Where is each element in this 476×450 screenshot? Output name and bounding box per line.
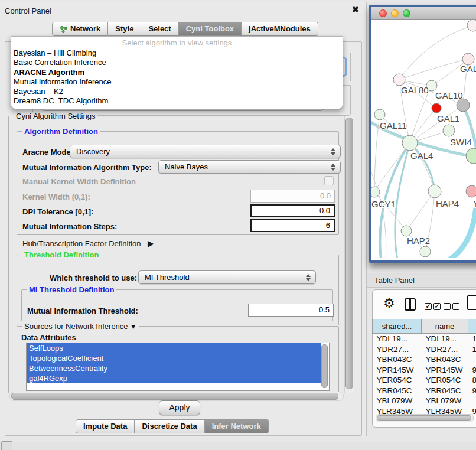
zoom-traffic-light-icon[interactable] [403, 9, 410, 17]
network-node-gal[interactable] [462, 53, 474, 65]
table-cell: 9. [468, 365, 476, 376]
table-row[interactable]: YBL079WYBL079W [373, 396, 476, 406]
network-edge[interactable] [374, 192, 406, 231]
dpi-tolerance-field[interactable]: 0.0 [250, 204, 335, 217]
network-node[interactable] [420, 246, 431, 257]
table-horizontal-scrollbar[interactable] [376, 414, 474, 422]
table-row[interactable]: YBR045CYBR045C9. [373, 386, 476, 396]
network-node[interactable] [467, 20, 476, 31]
which-threshold-select[interactable]: MI Threshold [138, 270, 316, 284]
tab-style[interactable]: Style [108, 22, 141, 36]
scrollbar-thumb[interactable] [345, 118, 353, 389]
table-row[interactable]: YLR345WYLR345W9. [373, 406, 476, 415]
bottom-mini-button[interactable] [1, 441, 12, 450]
network-graph-canvas[interactable]: GALGAL80GAL10GAL1GAL11SWI4GAL4GCY1HAP4YH… [371, 20, 476, 258]
bottom-tab-bar: Impute DataDiscretize DataInfer Network [76, 419, 269, 432]
scrollbar-thumb[interactable] [377, 415, 471, 421]
dropdown-item-bayesian-k2[interactable]: Bayesian – K2 [11, 87, 343, 96]
kernel-width-field[interactable]: 0.0 [250, 190, 335, 203]
table-cell: YBR045C [373, 386, 422, 396]
dropdown-item-aracne-algorithm[interactable]: ARACNE Algorithm [11, 68, 343, 77]
tab-discretize-data[interactable]: Discretize Data [135, 419, 204, 433]
network-node[interactable] [466, 148, 476, 164]
network-edge[interactable] [374, 143, 410, 192]
network-node-y[interactable] [466, 185, 476, 197]
apply-button[interactable]: Apply [159, 400, 200, 415]
tab-select[interactable]: Select [141, 22, 178, 36]
table-cell: YPR145W [422, 365, 468, 376]
network-node-gcy1[interactable] [371, 187, 380, 197]
table-cell: YBR043C [422, 354, 468, 365]
tab-jactivemnodules[interactable]: jActiveMNodules [242, 22, 318, 36]
dropdown-item-mutual-information-inference[interactable]: Mutual Information Inference [11, 77, 343, 87]
table-cell: 9. [468, 386, 476, 396]
close-traffic-light-icon[interactable] [379, 9, 387, 17]
select-all-checkboxes-icon[interactable]: ✓✓ [425, 301, 442, 311]
table-panel-header: Table Panel [367, 273, 476, 288]
settings-vertical-scrollbar[interactable] [344, 116, 354, 393]
mi-threshold-field[interactable]: 0.5 [248, 304, 334, 317]
split-columns-icon[interactable] [405, 298, 416, 311]
sources-group-title[interactable]: Sources for Network Inference ▼ [22, 322, 139, 331]
dropdown-item-dream8-dc-tdc-algorithm[interactable]: Dream8 DC_TDC Algorithm [11, 96, 343, 106]
list-scrollbar-thumb[interactable] [321, 344, 328, 388]
table-cell [468, 396, 476, 406]
network-icon [60, 25, 67, 33]
aracne-mode-select[interactable]: Discovery [70, 145, 341, 158]
dropdown-item-basic-correlation-inference[interactable]: Basic Correlation Inference [11, 58, 343, 67]
network-node-swi4[interactable] [443, 125, 455, 136]
node-table[interactable]: shared...nameA YDL19...YDL19...13YDR27..… [372, 319, 476, 415]
network-node-gal11[interactable] [374, 109, 385, 120]
attribute-item-topologicalcoefficient[interactable]: TopologicalCoefficient [27, 353, 321, 363]
chevron-right-icon: ▶ [148, 239, 154, 248]
table-row[interactable]: YBR043CYBR043C [373, 354, 476, 365]
hub-definition-expander[interactable]: Hub/Transcription Factor Definition ▶ [22, 239, 154, 248]
table-cell: YPR145W [373, 365, 422, 376]
attribute-item-gal4rgexp[interactable]: gal4RGexp [27, 373, 321, 383]
mi-type-select[interactable]: Naive Bayes [158, 160, 341, 174]
network-node-hap4[interactable] [428, 185, 441, 198]
network-node-gal1[interactable] [432, 103, 441, 113]
network-window-titlebar[interactable] [371, 7, 476, 20]
table-row[interactable]: YER054CYER054C8. [373, 375, 476, 386]
table-cell: 9. [468, 406, 476, 415]
table-row[interactable]: YDL19...YDL19...13 [373, 334, 476, 344]
data-attributes-list[interactable]: SelfLoopsTopologicalCoefficientBetweenne… [26, 343, 330, 391]
tab-label: Cyni Toolbox [186, 22, 234, 35]
tab-impute-data[interactable]: Impute Data [76, 419, 135, 433]
column-header-name[interactable]: name [422, 319, 468, 334]
network-edge[interactable] [449, 208, 476, 258]
control-panel-tab-bar: NetworkStyleSelectCyni ToolboxjActiveMNo… [52, 22, 318, 35]
scrollbar-thumb[interactable] [11, 393, 338, 400]
network-edge[interactable] [399, 59, 468, 80]
settings-horizontal-scrollbar[interactable] [9, 392, 344, 401]
table-cell: YBR045C [422, 386, 468, 396]
float-panel-icon[interactable] [340, 8, 347, 15]
column-header-shared[interactable]: shared... [373, 319, 422, 334]
network-node-gal80[interactable] [393, 74, 405, 86]
network-node[interactable] [457, 99, 470, 112]
tab-infer-network[interactable]: Infer Network [205, 419, 269, 433]
attribute-item-selfloops[interactable]: SelfLoops [27, 343, 321, 353]
table-row[interactable]: YPR145WYPR145W9. [373, 365, 476, 376]
table-cell: YLR345W [422, 406, 468, 415]
manual-kernel-checkbox[interactable] [324, 176, 334, 185]
network-node-gal4[interactable] [402, 135, 418, 151]
table-cell: YER054C [373, 375, 422, 386]
deselect-all-checkboxes-icon[interactable] [444, 301, 461, 311]
close-icon[interactable]: ✖ [352, 5, 359, 14]
document-icon[interactable] [467, 295, 476, 310]
minimize-traffic-light-icon[interactable] [391, 9, 399, 17]
tab-cyni-toolbox[interactable]: Cyni Toolbox [179, 22, 242, 36]
network-node-hap2[interactable] [401, 226, 412, 236]
data-attributes-label: Data Attributes [21, 333, 76, 342]
table-row[interactable]: YDR27...YDR27...12 [373, 344, 476, 355]
dropdown-item-bayesian-hill-climbing[interactable]: Bayesian – Hill Climbing [11, 48, 343, 58]
attribute-item-betweennesscentrality[interactable]: BetweennessCentrality [27, 363, 321, 373]
network-view-window[interactable]: GALGAL80GAL10GAL1GAL11SWI4GAL4GCY1HAP4YH… [369, 5, 476, 263]
column-header-a[interactable]: A [468, 319, 476, 334]
gear-icon[interactable]: ⚙ [383, 296, 395, 311]
mi-steps-field[interactable]: 6 [250, 219, 335, 232]
node-label-gal11: GAL11 [380, 120, 407, 131]
tab-network[interactable]: Network [52, 22, 108, 36]
